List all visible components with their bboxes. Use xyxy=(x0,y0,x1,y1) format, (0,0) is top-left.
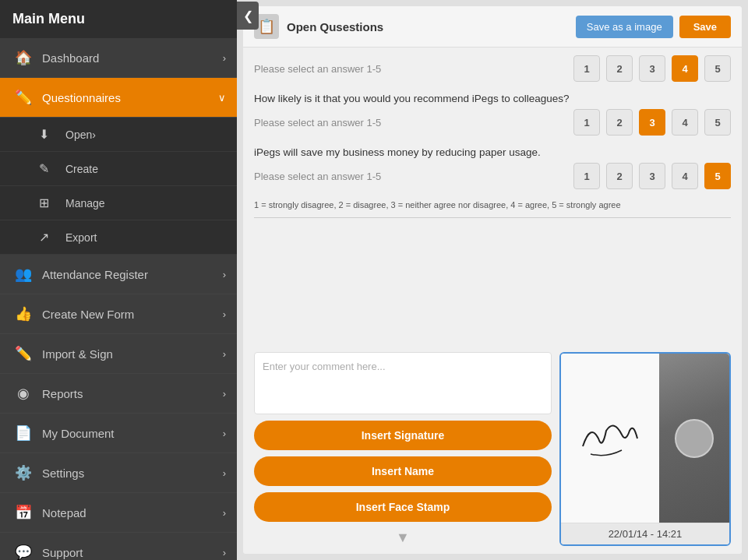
sidebar-item-label: My Document xyxy=(42,427,115,440)
questionnaires-submenu: ⬇ Open › ✎ Create ⊞ Manage ↗ Export xyxy=(0,118,237,255)
rating-btn-2-5[interactable]: 5 xyxy=(704,109,731,136)
sidebar-item-label: Import & Sign xyxy=(42,347,113,361)
divider xyxy=(254,217,731,218)
chevron-right-icon: › xyxy=(92,129,96,141)
rating-btn-2-4[interactable]: 4 xyxy=(672,109,698,136)
panel-header: 📋 Open Qusestions Save as a image Save xyxy=(243,6,742,48)
pencil-icon: ✏️ xyxy=(12,89,34,106)
chevron-right-icon: › xyxy=(223,348,226,360)
sidebar-item-questionnaires[interactable]: ✏️ Questionnaires ∨ xyxy=(0,78,237,118)
sidebar-item-label: Dashboard xyxy=(42,51,99,65)
bottom-left: Enter your comment here... Insert Signat… xyxy=(254,352,552,546)
reports-icon: ◉ xyxy=(12,385,34,402)
sidebar-subitem-label: Open xyxy=(65,129,92,141)
sidebar-subitem-label: Export xyxy=(65,231,97,244)
sidebar-item-label: Questionnaires xyxy=(42,91,121,104)
rating-btn-1-2[interactable]: 2 xyxy=(606,55,633,82)
sidebar-subitem-create[interactable]: ✎ Create xyxy=(0,152,237,186)
sidebar-item-notepad[interactable]: 📅 Notepad › xyxy=(0,493,237,533)
sidebar-item-support[interactable]: 💬 Support › xyxy=(0,533,237,560)
chevron-right-icon: › xyxy=(223,52,226,64)
document-icon: 📄 xyxy=(12,424,34,442)
sidebar-subitem-label: Create xyxy=(65,163,98,175)
answer-placeholder-1: Please select an answer 1-5 xyxy=(254,63,567,75)
rating-btn-1-1[interactable]: 1 xyxy=(573,55,600,82)
sidebar-item-label: Support xyxy=(42,546,83,559)
rating-btn-2-1[interactable]: 1 xyxy=(573,109,600,136)
sidebar-item-attendance[interactable]: 👥 Attendance Register › xyxy=(0,255,237,294)
sidebar-item-label: Attendance Register xyxy=(42,268,148,281)
signature-image xyxy=(561,354,659,523)
main-content: ❮ 📋 Open Qusestions Save as a image Save… xyxy=(237,0,748,560)
chevron-right-icon: › xyxy=(223,428,226,439)
chevron-right-icon: › xyxy=(223,507,226,519)
answer-row-2: Please select an answer 1-5 1 2 3 4 5 xyxy=(254,109,731,136)
rating-btn-2-3[interactable]: 3 xyxy=(639,109,665,136)
rating-btn-3-2[interactable]: 2 xyxy=(606,163,633,189)
question-block-2: How likely is it that you would you reco… xyxy=(254,93,731,136)
rating-btn-1-5[interactable]: 5 xyxy=(704,55,731,82)
rating-btn-3-5[interactable]: 5 xyxy=(704,163,731,189)
answer-row-1: Please select an answer 1-5 1 2 3 4 5 xyxy=(254,55,731,82)
sidebar-item-label: Reports xyxy=(42,387,83,400)
download-icon: ⬇ xyxy=(39,127,58,142)
sidebar-subitem-export[interactable]: ↗ Export xyxy=(0,220,237,255)
chevron-right-icon: › xyxy=(223,269,226,280)
sidebar-item-settings[interactable]: ⚙️ Settings › xyxy=(0,453,237,493)
manage-icon: ⊞ xyxy=(39,195,58,210)
panel-header-left: 📋 Open Qusestions xyxy=(254,14,383,39)
questions-area: Please select an answer 1-5 1 2 3 4 5 Ho… xyxy=(243,48,742,344)
attendance-icon: 👥 xyxy=(12,266,34,283)
sidebar-item-label: Settings xyxy=(42,467,84,480)
panel: 📋 Open Qusestions Save as a image Save P… xyxy=(243,6,742,554)
create-icon: ✎ xyxy=(39,161,58,176)
insert-name-button[interactable]: Insert Name xyxy=(254,456,552,486)
sidebar-title: Main Menu xyxy=(0,0,237,38)
face-circle xyxy=(675,419,714,458)
chevron-right-icon: › xyxy=(223,547,226,558)
gear-icon: ⚙️ xyxy=(12,464,34,481)
chevron-right-icon: › xyxy=(223,308,226,320)
sidebar-item-reports[interactable]: ◉ Reports › xyxy=(0,374,237,414)
save-button[interactable]: Save xyxy=(679,16,731,38)
rating-btn-1-4[interactable]: 4 xyxy=(672,55,698,82)
rating-btn-3-1[interactable]: 1 xyxy=(573,163,600,189)
face-photo xyxy=(659,354,729,523)
insert-face-stamp-button[interactable]: Insert Face Stamp xyxy=(254,492,552,522)
export-icon: ↗ xyxy=(39,230,58,245)
sidebar-item-import-sign[interactable]: ✏️ Import & Sign › xyxy=(0,334,237,374)
chevron-right-icon: › xyxy=(223,388,226,400)
save-as-image-button[interactable]: Save as a image xyxy=(576,16,673,38)
chevron-down-icon: ∨ xyxy=(218,92,226,104)
signature-panel: 22/01/14 - 14:21 xyxy=(559,352,731,546)
panel-header-buttons: Save as a image Save xyxy=(576,16,731,38)
scale-note: 1 = strongly disagree, 2 = disagree, 3 =… xyxy=(254,200,731,210)
sidebar-item-create-new-form[interactable]: 👍 Create New Form › xyxy=(0,294,237,334)
sidebar-subitem-manage[interactable]: ⊞ Manage xyxy=(0,186,237,220)
bottom-section: Enter your comment here... Insert Signat… xyxy=(243,344,742,554)
dropdown-arrow-icon: ▼ xyxy=(254,530,552,546)
sidebar-item-label: Notepad xyxy=(42,506,86,519)
import-icon: ✏️ xyxy=(12,345,34,362)
question-text-2: How likely is it that you would you reco… xyxy=(254,93,731,104)
notepad-icon: 📅 xyxy=(12,504,34,521)
support-icon: 💬 xyxy=(12,544,34,560)
insert-signature-button[interactable]: Insert Signature xyxy=(254,421,552,450)
answer-placeholder-2: Please select an answer 1-5 xyxy=(254,117,567,129)
sidebar-toggle-button[interactable]: ❮ xyxy=(237,2,259,30)
sidebar-subitem-open[interactable]: ⬇ Open › xyxy=(0,118,237,152)
rating-btn-3-4[interactable]: 4 xyxy=(672,163,698,189)
sidebar-subitem-label: Manage xyxy=(65,197,105,210)
comment-box[interactable]: Enter your comment here... xyxy=(254,352,552,414)
question-text-3: iPegs will save my business money by red… xyxy=(254,146,731,158)
sidebar-item-label: Create New Form xyxy=(42,308,134,321)
thumbs-up-icon: 👍 xyxy=(12,305,34,322)
rating-btn-2-2[interactable]: 2 xyxy=(606,109,633,136)
sidebar-item-my-document[interactable]: 📄 My Document › xyxy=(0,414,237,453)
sidebar-item-dashboard[interactable]: 🏠 Dashboard › xyxy=(0,38,237,78)
chevron-right-icon: › xyxy=(223,467,226,479)
question-block-1: Please select an answer 1-5 1 2 3 4 5 xyxy=(254,55,731,82)
home-icon: 🏠 xyxy=(12,49,34,66)
rating-btn-3-3[interactable]: 3 xyxy=(639,163,665,189)
rating-btn-1-3[interactable]: 3 xyxy=(639,55,665,82)
